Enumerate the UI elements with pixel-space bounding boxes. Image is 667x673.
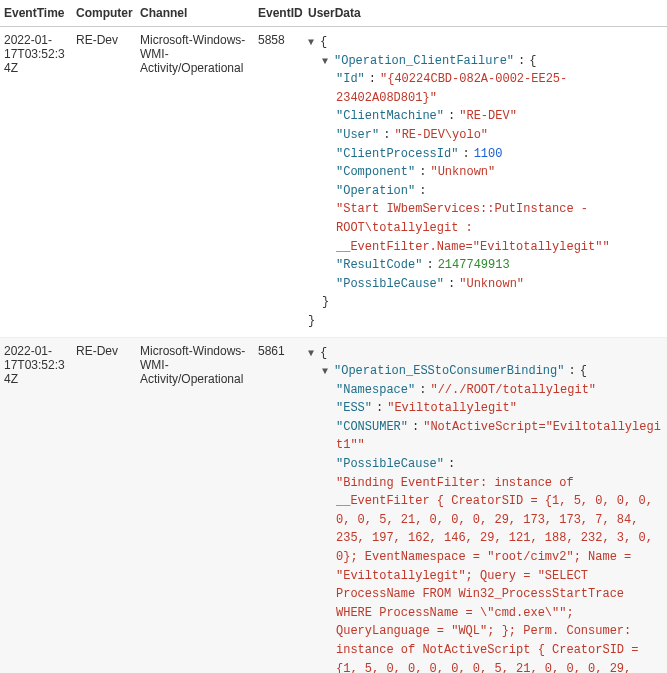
cell-channel: Microsoft-Windows-WMI-Activity/Operation…: [136, 27, 254, 338]
json-key: Id: [336, 72, 365, 86]
cell-eventid: 5858: [254, 27, 304, 338]
json-key: ResultCode: [336, 258, 422, 272]
json-string-value: Eviltotallylegit: [387, 401, 517, 415]
cell-eventtime: 2022-01-17T03:52:34Z: [0, 337, 72, 673]
json-key: ClientMachine: [336, 109, 444, 123]
json-key: PossibleCause: [336, 457, 444, 471]
json-string-value: Binding EventFilter: instance of __Event…: [336, 476, 660, 673]
json-key: Component: [336, 165, 415, 179]
cell-userdata: ▼{▼Operation_ESStoConsumerBinding:{Names…: [304, 337, 667, 673]
toggle-icon[interactable]: ▼: [322, 364, 332, 380]
cell-computer: RE-Dev: [72, 27, 136, 338]
json-key: PossibleCause: [336, 277, 444, 291]
json-tree[interactable]: ▼{▼Operation_ClientFailure:{Id:{40224CBD…: [308, 33, 663, 331]
col-header-eventtime[interactable]: EventTime: [0, 0, 72, 27]
table-row: 2022-01-17T03:52:34ZRE-DevMicrosoft-Wind…: [0, 337, 667, 673]
json-key: Operation: [336, 184, 415, 198]
cell-channel: Microsoft-Windows-WMI-Activity/Operation…: [136, 337, 254, 673]
json-string-value: RE-DEV\yolo: [394, 128, 488, 142]
json-string-value: //./ROOT/totallylegit: [430, 383, 596, 397]
json-key: Operation_ClientFailure: [334, 54, 514, 68]
json-key: ESS: [336, 401, 372, 415]
json-string-value: RE-DEV: [459, 109, 517, 123]
col-header-userdata[interactable]: UserData: [304, 0, 667, 27]
json-key: User: [336, 128, 379, 142]
cell-eventid: 5861: [254, 337, 304, 673]
table-row: 2022-01-17T03:52:34ZRE-DevMicrosoft-Wind…: [0, 27, 667, 338]
json-key: Namespace: [336, 383, 415, 397]
col-header-channel[interactable]: Channel: [136, 0, 254, 27]
cell-eventtime: 2022-01-17T03:52:34Z: [0, 27, 72, 338]
col-header-eventid[interactable]: EventID: [254, 0, 304, 27]
cell-computer: RE-Dev: [72, 337, 136, 673]
event-table: EventTime Computer Channel EventID UserD…: [0, 0, 667, 673]
cell-userdata: ▼{▼Operation_ClientFailure:{Id:{40224CBD…: [304, 27, 667, 338]
json-key: ClientProcessId: [336, 147, 458, 161]
col-header-computer[interactable]: Computer: [72, 0, 136, 27]
table-header-row: EventTime Computer Channel EventID UserD…: [0, 0, 667, 27]
json-number-value: 2147749913: [438, 258, 510, 272]
json-key: Operation_ESStoConsumerBinding: [334, 364, 564, 378]
json-string-value: Start IWbemServices::PutInstance - ROOT\…: [336, 202, 610, 253]
json-tree[interactable]: ▼{▼Operation_ESStoConsumerBinding:{Names…: [308, 344, 663, 674]
toggle-icon[interactable]: ▼: [308, 35, 318, 51]
json-string-value: Unknown: [430, 165, 495, 179]
json-number-value: 1100: [474, 147, 503, 161]
json-key: CONSUMER: [336, 420, 408, 434]
toggle-icon[interactable]: ▼: [308, 346, 318, 362]
toggle-icon[interactable]: ▼: [322, 54, 332, 70]
json-string-value: Unknown: [459, 277, 524, 291]
